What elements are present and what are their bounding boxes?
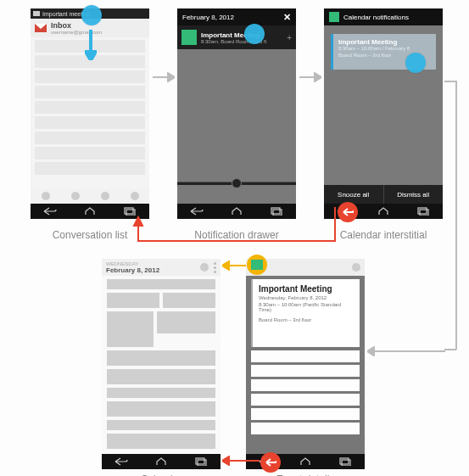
event-block[interactable] [107, 293, 159, 308]
interstitial-buttons: Snooze all Dismiss all [324, 185, 443, 204]
event-title: Important Meeting [259, 284, 354, 294]
svg-marker-22 [134, 217, 142, 226]
close-icon[interactable]: ✕ [283, 12, 291, 23]
flow-arrow [153, 72, 175, 84]
home-icon[interactable] [82, 207, 98, 216]
flow-arrow [299, 72, 321, 84]
today-icon[interactable] [200, 263, 209, 272]
event-card: Important Meeting Wednesday, February 8,… [251, 279, 360, 347]
detail-row [251, 379, 360, 391]
flow-arrow-up [222, 260, 246, 272]
svg-marker-17 [367, 347, 374, 356]
interstitial-header: Calendar notifications [324, 8, 443, 25]
list-item[interactable] [35, 162, 145, 175]
event-time: 8:30am – 10:00am (Pacific Standard Time) [259, 302, 354, 312]
back-icon[interactable] [114, 457, 129, 466]
event-block[interactable] [107, 401, 215, 417]
action-icon[interactable] [71, 192, 80, 200]
back-action-indicator [338, 202, 358, 222]
detail-row [251, 408, 360, 420]
event-row [107, 434, 215, 449]
drawer-date: February 8, 2012 [182, 14, 234, 21]
calendar-icon [329, 12, 339, 22]
event-block[interactable] [107, 420, 215, 430]
event-location: Board Room – 3rd floor [259, 317, 354, 322]
event-block[interactable] [163, 293, 215, 308]
list-item[interactable] [35, 86, 145, 98]
touch-indicator [405, 53, 426, 73]
snooze-button[interactable]: Snooze all [324, 185, 384, 204]
action-icon[interactable] [352, 263, 360, 272]
overflow-icon[interactable] [214, 262, 216, 273]
list-item[interactable] [35, 132, 145, 144]
action-icon[interactable] [131, 192, 139, 200]
event-row [107, 369, 215, 384]
event-block[interactable] [107, 369, 215, 384]
calendar-icon [251, 260, 263, 270]
svg-marker-13 [168, 73, 175, 81]
event-row [107, 350, 215, 366]
detail-row [251, 350, 360, 362]
action-icon[interactable] [42, 192, 50, 200]
svg-marker-15 [315, 73, 321, 81]
gmail-icon [35, 24, 47, 32]
home-icon[interactable] [154, 457, 169, 466]
notification-item[interactable]: Important Meeting 8:30am, Board Room – 3… [177, 25, 296, 49]
dismiss-button[interactable]: Dismiss all [384, 185, 444, 204]
caption-interstitial: Calendar interstitial [324, 229, 443, 241]
drawer-header: February 8, 2012 ✕ [177, 8, 296, 25]
event-block[interactable] [107, 311, 154, 347]
event-row [107, 420, 215, 430]
flow-arrow [444, 76, 461, 358]
back-action-indicator [260, 452, 281, 473]
calendar-body [102, 276, 221, 456]
header-title: Calendar notifications [343, 14, 409, 21]
event-block[interactable] [107, 279, 215, 289]
phone-calendar-interstitial: Calendar notifications Important Meeting… [324, 8, 443, 219]
event-block[interactable] [107, 434, 215, 449]
home-icon[interactable] [376, 207, 391, 216]
event-time: 8:30am – 10:00am / February 8 [338, 46, 431, 53]
calendar-header: WEDNESDAY February 8, 2012 [102, 259, 221, 276]
recent-icon[interactable] [338, 457, 353, 466]
event-row [107, 388, 215, 398]
recent-icon[interactable] [416, 207, 431, 216]
detail-row [251, 394, 360, 406]
list-item[interactable] [35, 70, 145, 83]
navigation-flow-diagram: Important meeting Inbox username@gmail.c… [0, 0, 469, 476]
phone-event-details: Important Meeting Wednesday, February 8,… [246, 259, 365, 469]
up-action-indicator [247, 255, 267, 275]
svg-marker-21 [222, 456, 229, 465]
caption-drawer: Notification drawer [177, 229, 296, 241]
flow-arrowhead [367, 346, 445, 358]
phone-notification-drawer: February 8, 2012 ✕ Important Meeting 8:3… [177, 8, 296, 219]
event-row [107, 293, 215, 308]
action-icon[interactable] [101, 192, 109, 200]
event-row [107, 311, 215, 347]
date-label: February 8, 2012 [106, 266, 159, 274]
event-block[interactable] [107, 350, 215, 366]
list-item[interactable] [35, 116, 145, 129]
drag-down-arrow [85, 30, 97, 62]
system-nav-bar [102, 454, 221, 469]
touch-indicator [244, 24, 265, 44]
phone-calendar: WEDNESDAY February 8, 2012 [102, 259, 221, 469]
drawer-handle[interactable] [177, 182, 296, 185]
svg-marker-3 [86, 52, 96, 60]
detail-row [251, 423, 360, 434]
caption-conversation: Conversation list [31, 229, 149, 241]
expand-icon[interactable]: + [287, 33, 292, 42]
recent-icon[interactable] [193, 457, 209, 466]
flow-arrow-back [222, 456, 260, 468]
detail-row [251, 365, 360, 377]
event-date: Wednesday, February 8, 2012 [259, 295, 354, 300]
event-row [107, 279, 215, 289]
touch-indicator [81, 5, 102, 25]
home-icon[interactable] [298, 457, 313, 466]
event-block[interactable] [157, 311, 215, 333]
list-item[interactable] [35, 147, 145, 160]
back-icon[interactable] [42, 207, 58, 216]
list-item[interactable] [35, 101, 145, 114]
event-title: Important Meeting [338, 38, 431, 46]
event-block[interactable] [107, 388, 215, 398]
